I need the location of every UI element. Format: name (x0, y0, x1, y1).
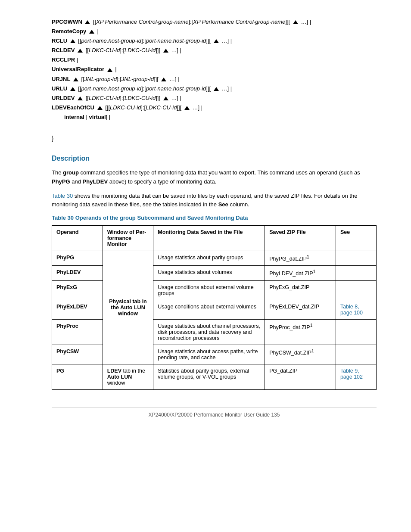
cell-operand: PhyExLDEV (52, 300, 103, 319)
table30-link[interactable]: Table 30 (52, 193, 73, 199)
description-para2: Table 30 shows the monitoring data that … (52, 192, 377, 210)
code-line-remotecopy: RemoteCopy | (52, 27, 377, 36)
cell-see (336, 345, 376, 364)
table-row: PhyExG Usage conditions about external v… (52, 280, 377, 300)
cell-operand: PhyCSW (52, 345, 103, 364)
page-footer: XP24000/XP20000 Performance Monitor User… (52, 407, 377, 418)
table-header-row: Operand Window of Per­formance Monitor M… (52, 226, 377, 251)
header-operand: Operand (52, 226, 103, 251)
cell-monitoring: Usage statistics about parity groups (153, 251, 265, 266)
code-line-urlu: URLU [[ port-name.host-group-id ]:[ port… (52, 84, 377, 93)
code-line-urjnl: URJNL [[ JNL-group-id ]:[ JNL-group-id ]… (52, 75, 377, 84)
footer-text: XP24000/XP20000 Performance Monitor User… (149, 412, 280, 418)
cell-monitoring: Usage statistics about volumes (153, 266, 265, 280)
header-see: See (336, 226, 376, 251)
see-link[interactable]: Table 8, page 100 (340, 304, 363, 316)
code-keyword: URLU (52, 84, 67, 93)
cell-window: LDEV tab in the Auto LUN window (103, 364, 153, 389)
code-keyword: UniversalReplicator (52, 65, 104, 74)
table-row: PhyExLDEV Usage conditions about externa… (52, 300, 377, 319)
cell-operand: PG (52, 364, 103, 389)
cell-monitoring: Usage statistics about channel processor… (153, 319, 265, 345)
cell-monitoring: Usage conditions about external volume g… (153, 280, 265, 300)
cell-monitoring: Statistics about parity groups, external… (153, 364, 265, 389)
code-line-rclu: RCLU [[ port-name.host-group-id ]:[ port… (52, 36, 377, 46)
code-keyword: LDEVEachOfCU (52, 103, 94, 112)
description-section: Description The group command specifies … (52, 155, 377, 390)
cell-zip: PhyProc_dat.ZIP1 (265, 319, 336, 345)
code-keyword: RCLU (52, 36, 67, 46)
code-line-urldev: URLDEV [[ LDKC-CU-id ]:[ LDKC-CU-id ]][ … (52, 93, 377, 103)
code-keyword: RemoteCopy (52, 27, 86, 36)
table-row: PG LDEV tab in the Auto LUN window Stati… (52, 364, 377, 389)
cell-monitoring: Usage statistics about access paths, wri… (153, 345, 265, 364)
cell-see: Table 9, page 102 (336, 364, 376, 389)
code-line-rcldev: RCLDEV [[ LDKC-CU-id ]:[ LDKC-CU-id ]][ … (52, 46, 377, 55)
cell-monitoring: Usage conditions about external volumes (153, 300, 265, 319)
cell-see (336, 251, 376, 266)
cell-see: Table 8, page 100 (336, 300, 376, 319)
table-row: PhyLDEV Usage statistics about volumes P… (52, 266, 377, 280)
table-row: PhyPG Physical tab in the Auto LUN windo… (52, 251, 377, 266)
cell-zip: PhyPG_dat.ZIP1 (265, 251, 336, 266)
table-title: Table 30 Operands of the group Subcomman… (52, 215, 377, 221)
operands-table: Operand Window of Per­formance Monitor M… (52, 225, 377, 389)
cell-operand: PhyExG (52, 280, 103, 300)
header-zip: Saved ZIP File (265, 226, 336, 251)
cell-zip: PhyCSW_dat.ZIP1 (265, 345, 336, 364)
cell-window: Physical tab in the Auto LUN window (103, 251, 153, 364)
cell-see (336, 266, 376, 280)
code-keyword: PPCGWWN (52, 17, 82, 27)
see-link-pg[interactable]: Table 9, page 102 (340, 368, 363, 380)
code-line-ppcgwwn: PPCGWWN [[ XP Performance Control·group-… (52, 17, 377, 27)
cell-zip: PhyLDEV_dat.ZIP1 (265, 266, 336, 280)
cell-operand: PhyLDEV (52, 266, 103, 280)
cell-zip: PhyExG_dat.ZIP (265, 280, 336, 300)
cell-operand: PhyPG (52, 251, 103, 266)
cell-operand: PhyProc (52, 319, 103, 345)
code-line-internal-virtual: internal | virtual] | (52, 112, 377, 122)
code-keyword: URJNL (52, 75, 70, 84)
cell-see (336, 280, 376, 300)
table-row: PhyProc Usage statistics about channel p… (52, 319, 377, 345)
code-keyword: RCCLPR (52, 55, 75, 65)
header-window: Window of Per­formance Monitor (103, 226, 153, 251)
code-block: PPCGWWN [[ XP Performance Control·group-… (52, 17, 377, 122)
closing-brace: } (52, 135, 377, 142)
cell-see (336, 319, 376, 345)
description-heading: Description (52, 155, 377, 162)
header-monitoring: Monitoring Data Saved in the File (153, 226, 265, 251)
code-line-universalreplicator: UniversalReplicator | (52, 65, 377, 74)
code-line-ldeveachofcu: LDEVEachOfCU [[[ LDKC-CU-id ]:[ LDKC-CU-… (52, 103, 377, 112)
cell-zip: PG_dat.ZIP (265, 364, 336, 389)
code-line-rcclpr: RCCLPR | (52, 55, 377, 65)
code-keyword: RCLDEV (52, 46, 75, 55)
description-para1: The group command specifies the type of … (52, 168, 377, 187)
cell-zip: PhyExLDEV_dat.ZIP (265, 300, 336, 319)
table-row: PhyCSW Usage statistics about access pat… (52, 345, 377, 364)
code-keyword: URLDEV (52, 93, 75, 103)
